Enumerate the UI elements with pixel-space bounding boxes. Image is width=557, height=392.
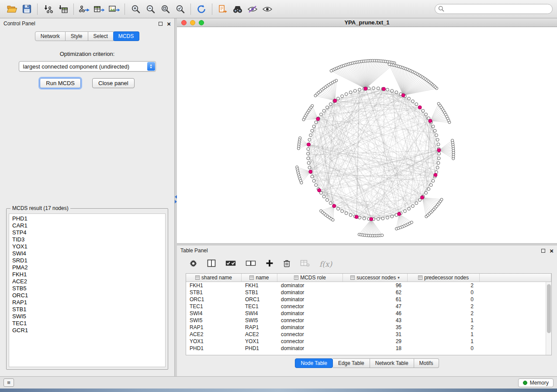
mcds-result-item[interactable]: STB5 (12, 285, 165, 292)
binoculars-icon (232, 5, 243, 14)
close-panel-icon[interactable]: × (167, 21, 171, 27)
table-row[interactable]: PHD1PHD1dominator180 (186, 345, 551, 352)
memory-button[interactable]: Memory (518, 378, 554, 387)
run-mcds-button[interactable]: Run MCDS (40, 78, 81, 88)
mcds-result-list[interactable]: PHD1 CAR1 STP4 TID3 YOX1 SWI4 SRD1 PMA2 … (9, 213, 166, 367)
mcds-result-item[interactable]: STP4 (12, 229, 165, 236)
plus-icon (266, 259, 273, 267)
mcds-result-item[interactable]: TEC1 (12, 320, 165, 327)
deselect-all-button[interactable] (246, 259, 256, 269)
binoculars-search-button[interactable] (230, 2, 245, 16)
tab-network[interactable]: Network (35, 31, 66, 41)
table-panel-title: Table Panel (180, 248, 208, 254)
table-settings-button[interactable] (189, 259, 197, 269)
optimization-criterion-select[interactable]: largest connected component (undirected)… (19, 61, 156, 72)
scrollbar-thumb[interactable] (547, 284, 551, 333)
mcds-result-item[interactable]: ORC1 (12, 292, 165, 299)
mcds-result-item[interactable]: RAP1 (12, 299, 165, 306)
collapse-right-icon[interactable] (175, 200, 177, 203)
export-image-button[interactable] (107, 2, 121, 16)
tab-select[interactable]: Select (88, 31, 114, 41)
mcds-result-item[interactable]: TID3 (12, 236, 165, 243)
close-panel-button[interactable]: Close panel (92, 78, 135, 88)
table-panel-header: Table Panel × (177, 245, 557, 256)
column-grid-icon (195, 275, 200, 280)
column-header-shared-name[interactable]: shared name (186, 274, 242, 282)
show-columns-button[interactable] (207, 259, 216, 269)
zoom-out-button[interactable] (143, 2, 158, 16)
column-header-successor-nodes[interactable]: successor nodes▾ (343, 274, 408, 282)
table-row[interactable]: SWI5SWI5connector431 (186, 317, 551, 324)
tab-mcds[interactable]: MCDS (113, 31, 139, 41)
control-panel-header: Control Panel × (0, 18, 174, 29)
export-table-button[interactable] (92, 2, 107, 16)
import-table-button[interactable] (55, 2, 70, 16)
status-menu-button[interactable]: ≡ (3, 378, 14, 387)
tab-node-table[interactable]: Node Table (295, 358, 333, 368)
share-document-button[interactable] (215, 2, 230, 16)
mcds-result-item[interactable]: CAR1 (12, 222, 165, 229)
column-grid-icon (294, 275, 298, 280)
mcds-panel-content: Optimization criterion: largest connecte… (0, 45, 174, 376)
open-file-button[interactable] (4, 2, 19, 16)
zoom-fit-button[interactable] (158, 2, 173, 16)
table-row[interactable]: ORC1ORC1dominator610 (186, 296, 551, 303)
zoom-selected-button[interactable] (173, 2, 187, 16)
column-header-predecessor-nodes[interactable]: predecessor nodes (408, 274, 480, 282)
window-close-button[interactable] (181, 20, 187, 25)
add-column-button[interactable] (266, 259, 273, 269)
collapse-left-icon[interactable] (175, 195, 177, 199)
import-network-button[interactable] (41, 2, 55, 16)
panel-splitter[interactable] (175, 18, 177, 376)
search-input[interactable] (435, 4, 553, 14)
network-window-titlebar[interactable]: YPA_prune.txt_1 (177, 18, 557, 27)
mcds-result-item[interactable]: GCR1 (12, 327, 165, 334)
mcds-result-item[interactable]: ACE2 (12, 278, 165, 285)
mcds-result-item[interactable]: YOX1 (12, 243, 165, 250)
table-row[interactable]: FKH1FKH1dominator962 (186, 282, 551, 289)
float-panel-icon[interactable] (159, 22, 163, 26)
tab-edge-table[interactable]: Edge Table (333, 358, 370, 368)
window-minimize-button[interactable] (190, 20, 195, 25)
table-scrollbar[interactable] (546, 282, 551, 355)
table-row[interactable]: STB1STB1dominator620 (186, 289, 551, 296)
column-header-name[interactable]: name (242, 274, 277, 282)
mcds-result-item[interactable]: STB1 (12, 306, 165, 313)
mcds-result-item[interactable]: PHD1 (12, 215, 165, 222)
main-toolbar (0, 0, 557, 18)
tab-motifs[interactable]: Motifs (414, 358, 439, 368)
memory-status-icon (523, 381, 527, 385)
select-all-button[interactable] (225, 259, 236, 269)
refresh-button[interactable] (194, 2, 209, 16)
show-annotations-button[interactable] (260, 2, 275, 16)
column-header-mcds-role[interactable]: MCDS role (277, 274, 343, 282)
close-table-panel-icon[interactable]: × (550, 248, 554, 254)
table-row[interactable]: ACE2ACE2connector311 (186, 331, 551, 338)
function-builder-button[interactable]: f(x) (319, 260, 332, 268)
zoom-in-button[interactable] (128, 2, 143, 16)
mcds-result-item[interactable]: SWI4 (12, 250, 165, 257)
table-row[interactable]: RAP1RAP1dominator352 (186, 324, 551, 331)
mcds-result-item[interactable]: SWI5 (12, 313, 165, 320)
zoom-fit-icon (161, 4, 170, 14)
mcds-result-item[interactable]: PMA2 (12, 264, 165, 271)
float-table-panel-icon[interactable] (541, 249, 545, 253)
network-view-canvas[interactable] (177, 27, 557, 243)
open-file-icon (7, 4, 17, 14)
delete-table-button[interactable] (300, 259, 310, 269)
save-button[interactable] (19, 2, 34, 16)
tab-network-table[interactable]: Network Table (370, 358, 414, 368)
export-network-button[interactable] (77, 2, 92, 16)
mcds-result-item[interactable]: SRD1 (12, 257, 165, 264)
tab-style[interactable]: Style (66, 31, 88, 41)
table-row[interactable]: SWI4SWI4dominator462 (186, 310, 551, 317)
table-header-row: shared name name MCDS role successor nod… (186, 274, 551, 282)
mcds-result-item[interactable]: FKH1 (12, 271, 165, 278)
table-row[interactable]: YOX1YOX1connector291 (186, 338, 551, 345)
table-row[interactable]: TEC1TEC1connector472 (186, 303, 551, 310)
hide-annotations-button[interactable] (245, 2, 260, 16)
delete-column-button[interactable] (283, 259, 291, 269)
import-network-icon (43, 4, 53, 14)
eye-slash-icon (247, 5, 258, 13)
window-zoom-button[interactable] (199, 20, 204, 25)
